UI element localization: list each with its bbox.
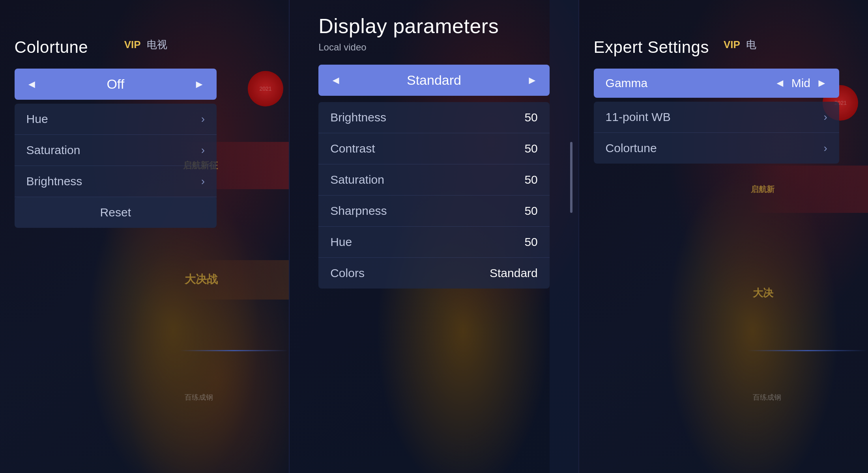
- contrast-param[interactable]: Contrast 50: [318, 133, 550, 164]
- off-label: Off: [45, 76, 186, 92]
- brightness-param[interactable]: Brightness 50: [318, 102, 550, 133]
- left-menu-list: Hue › Saturation › Brightness › Reset: [15, 104, 217, 228]
- standard-right-arrow[interactable]: ►: [527, 74, 538, 87]
- standard-left-arrow[interactable]: ◄: [330, 74, 341, 87]
- saturation-chevron: ›: [201, 144, 205, 156]
- center-ui-card: Display parameters Local video ◄ Standar…: [318, 14, 550, 289]
- hue-param-value: 50: [524, 235, 537, 249]
- right-chinese-text: 电: [746, 38, 756, 52]
- left-vip-badge: VIP: [124, 39, 141, 51]
- contrast-param-value: 50: [524, 142, 537, 155]
- brightness-label: Brightness: [26, 175, 82, 188]
- right-vip-area: VIP 电: [724, 38, 756, 52]
- gamma-label: Gamma: [606, 76, 774, 90]
- saturation-item[interactable]: Saturation ›: [15, 135, 217, 166]
- colors-param-value: Standard: [490, 266, 538, 280]
- standard-selector[interactable]: ◄ Standard ►: [318, 65, 550, 96]
- brightness-param-label: Brightness: [330, 111, 386, 124]
- colortune-item[interactable]: Colortune ›: [594, 133, 839, 164]
- off-selector[interactable]: ◄ Off ►: [15, 69, 217, 100]
- eleven-point-wb-item[interactable]: 11-point WB ›: [594, 102, 839, 133]
- left-chinese-text: 电视: [147, 38, 167, 52]
- gamma-left-arrow[interactable]: ◄: [774, 77, 786, 89]
- colortune-chevron: ›: [823, 142, 827, 155]
- right-menu-list: 11-point WB › Colortune ›: [594, 102, 839, 164]
- standard-label: Standard: [349, 73, 519, 88]
- right-panel-title: Expert Settings: [594, 38, 839, 57]
- eleven-point-wb-label: 11-point WB: [606, 110, 671, 124]
- hue-param-label: Hue: [330, 235, 352, 249]
- left-ui-card: Colortune ◄ Off ► Hue › Saturation › Bri…: [15, 38, 217, 228]
- right-vip-badge: VIP: [724, 39, 740, 51]
- gamma-right-arrow[interactable]: ►: [816, 77, 827, 89]
- saturation-param-value: 50: [524, 173, 537, 186]
- hue-param[interactable]: Hue 50: [318, 227, 550, 258]
- eleven-point-wb-chevron: ›: [823, 111, 827, 123]
- params-list: Brightness 50 Contrast 50 Saturation 50 …: [318, 102, 550, 289]
- brightness-param-value: 50: [524, 111, 537, 124]
- colortune-label: Colortune: [606, 142, 657, 155]
- left-panel-title: Colortune: [15, 38, 217, 57]
- saturation-param-label: Saturation: [330, 173, 384, 186]
- reset-label: Reset: [100, 206, 131, 219]
- hue-item[interactable]: Hue ›: [15, 104, 217, 135]
- off-right-arrow[interactable]: ►: [194, 78, 205, 91]
- saturation-label: Saturation: [26, 143, 80, 157]
- center-panel: Display parameters Local video ◄ Standar…: [289, 0, 579, 473]
- reset-button[interactable]: Reset: [15, 197, 217, 228]
- center-panel-title: Display parameters: [318, 14, 550, 38]
- colors-param[interactable]: Colors Standard: [318, 258, 550, 289]
- left-panel: 2021 启航新征 大决战 百练成钢 Colortune ◄ Off ► Hue…: [0, 0, 289, 473]
- sharpness-param-label: Sharpness: [330, 204, 387, 218]
- hue-label: Hue: [26, 112, 48, 126]
- brightness-item[interactable]: Brightness ›: [15, 166, 217, 197]
- right-panel: 2021 启航新 大决 百练成钢 Expert Settings Gamma ◄…: [579, 0, 868, 473]
- hue-chevron: ›: [201, 113, 205, 125]
- scroll-indicator: [570, 142, 572, 213]
- left-vip-area: VIP 电视: [124, 38, 167, 52]
- gamma-row[interactable]: Gamma ◄ Mid ►: [594, 69, 839, 98]
- right-ui-card: Expert Settings Gamma ◄ Mid ► 11-point W…: [594, 38, 839, 164]
- brightness-chevron: ›: [201, 175, 205, 188]
- gamma-value: Mid: [791, 76, 810, 90]
- gamma-value-row: ◄ Mid ►: [774, 76, 827, 90]
- center-subtitle: Local video: [318, 42, 550, 53]
- sharpness-param-value: 50: [524, 204, 537, 218]
- colors-param-label: Colors: [330, 266, 365, 280]
- off-left-arrow[interactable]: ◄: [26, 78, 37, 91]
- contrast-param-label: Contrast: [330, 142, 375, 155]
- saturation-param[interactable]: Saturation 50: [318, 164, 550, 196]
- sharpness-param[interactable]: Sharpness 50: [318, 196, 550, 227]
